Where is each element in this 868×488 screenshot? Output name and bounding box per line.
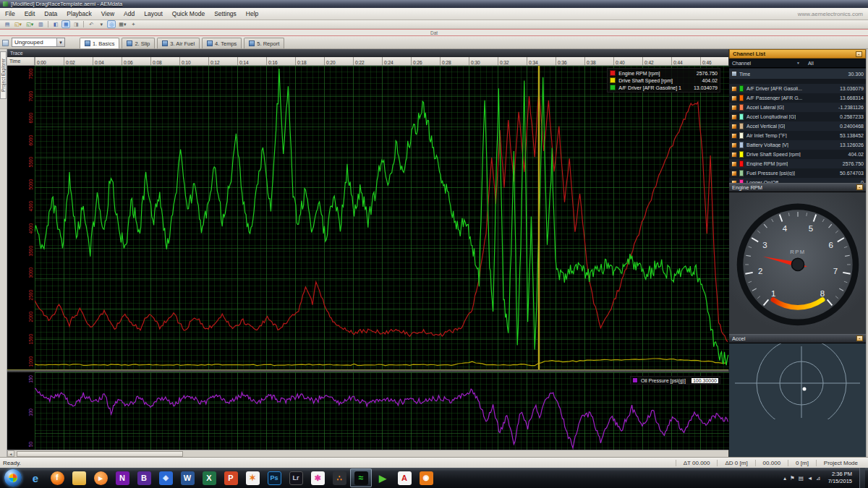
channel-color-swatch[interactable] [739, 114, 744, 120]
oil-pressure-graph[interactable]: 15010050 Oil Pressure [psi(g)] 100.30000 [7, 372, 728, 450]
project-explorer-tab[interactable]: Project Explorer [0, 51, 7, 99]
show-hidden-icons-button[interactable]: ▴ [783, 475, 786, 481]
report-view-button[interactable]: ◨ [72, 20, 80, 28]
taskbar-bird-app-button[interactable]: ✶ [242, 468, 263, 487]
channel-row[interactable]: A/F Driver [AFR Gasoli...13.036079 [729, 84, 866, 93]
channel-edit-icon[interactable] [731, 133, 737, 139]
menu-item-layout[interactable]: Layout [144, 10, 163, 17]
channel-column-header[interactable]: Channel [732, 61, 794, 66]
taskbar-app-orange-button[interactable]: ◉ [415, 468, 437, 487]
channel-row[interactable]: Air Inlet Temp [°F]53.138452 [729, 131, 866, 140]
action-center-flag-icon[interactable]: ⚑ [790, 475, 795, 481]
channel-row[interactable]: Engine RPM [rpm]2576.750 [729, 159, 866, 168]
taskbar-photoshop-button[interactable]: Ps [263, 468, 285, 487]
main-plot-area[interactable]: Engine RPM [rpm]2576.750Drive Shaft Spee… [35, 66, 729, 369]
taskbar-app-b-button[interactable]: B [133, 468, 155, 487]
zoom-dropdown-button[interactable]: ▾ [97, 20, 106, 28]
taskbar-excel-button[interactable]: X [198, 468, 220, 487]
taskbar-app-dots-button[interactable]: ∴ [328, 468, 350, 487]
window-view-button[interactable]: ◧ [51, 20, 60, 28]
group-selector-dropdown[interactable]: Ungrouped ▼ [12, 38, 65, 47]
taskbar-app-blue-button[interactable]: ◈ [155, 468, 176, 487]
menu-item-playback[interactable]: Playback [67, 10, 92, 17]
undo-button[interactable]: ↶ [87, 20, 95, 28]
taskbar-onenote-button[interactable]: N [111, 468, 133, 487]
channel-row[interactable]: Accel Lateral [G]-1.2381126 [729, 103, 866, 112]
new-layout-button[interactable]: ▤ [3, 20, 12, 28]
power-plug-icon[interactable]: ▤ [799, 475, 804, 481]
channel-row[interactable]: Fuel Pressure [psi(g)]50.674703 [729, 168, 866, 178]
layout-grid-button[interactable]: ▦▾ [117, 20, 127, 28]
taskbar-lightroom-button[interactable]: Lr [285, 468, 307, 487]
save-button[interactable]: ▥ [36, 20, 45, 28]
menu-item-help[interactable]: Help [246, 10, 258, 17]
channel-edit-icon[interactable] [731, 114, 737, 120]
zoom-tool-button[interactable]: ◎ [107, 20, 116, 28]
tab-1-basics[interactable]: 1. Basics [80, 38, 119, 48]
gauge-panel-options-icon[interactable]: ▪ [856, 184, 863, 190]
channel-row[interactable]: Drive Shaft Speed [rpm]404.02 [729, 150, 866, 159]
start-button[interactable] [4, 469, 22, 487]
taskbar-powerpoint-button[interactable]: P [220, 468, 242, 487]
network-icon[interactable]: ⊿ [816, 475, 820, 481]
scroll-left-arrow-icon[interactable]: ◂ [7, 450, 14, 457]
tab-2-slip[interactable]: 2. Slip [122, 38, 155, 48]
tab-5-report[interactable]: 5. Report [244, 38, 284, 48]
channel-row[interactable]: Accel Longitudinal [G]0.2587233 [729, 112, 866, 121]
channel-color-swatch[interactable] [739, 151, 744, 158]
time-ruler[interactable]: Time 0:000:020:040:060:080:100:120:140:1… [7, 57, 728, 66]
taskbar-media-player-button[interactable]: ▸ [90, 468, 111, 487]
oil-plot-area[interactable]: Oil Pressure [psi(g)] 100.30000 [35, 372, 729, 450]
menu-item-edit[interactable]: Edit [25, 10, 35, 17]
menu-item-quick-mode[interactable]: Quick Mode [172, 10, 205, 17]
main-graph[interactable]: 7500700065006000550050004500400035003000… [7, 66, 728, 369]
channel-edit-icon[interactable] [731, 124, 737, 129]
filter-funnel-icon[interactable]: ▼ [796, 61, 800, 65]
panel-pin-icon[interactable]: ▪ [856, 51, 862, 57]
taskbar-clock[interactable]: 2:36 PM 7/15/2015 [828, 471, 852, 485]
graph-view-button[interactable]: ▦ [61, 20, 70, 28]
all-column-header[interactable]: All [808, 61, 814, 66]
chevron-down-icon[interactable]: ▼ [56, 38, 64, 46]
taskbar-app-pink-button[interactable]: ✱ [307, 468, 328, 487]
channel-color-swatch[interactable] [739, 85, 744, 92]
channel-row[interactable]: Accel Vertical [G]0.2400468 [729, 121, 866, 131]
channel-edit-icon[interactable] [731, 161, 737, 167]
taskbar-adobe-reader-button[interactable]: A [393, 468, 415, 487]
channel-color-swatch[interactable] [739, 123, 744, 129]
taskbar-firefox-button[interactable]: f [46, 468, 68, 487]
tab-4-temps[interactable]: 4. Temps [202, 38, 242, 48]
channel-color-swatch[interactable] [739, 104, 744, 111]
channel-row[interactable]: A/F Passenger [AFR G...13.668314 [729, 93, 866, 103]
menu-item-add[interactable]: Add [124, 10, 135, 17]
menu-item-data[interactable]: Data [44, 10, 57, 17]
channel-edit-icon[interactable] [731, 142, 737, 148]
options-button[interactable]: ✦ [129, 20, 137, 28]
tab-3-air-fuel[interactable]: 3. Air Fuel [157, 38, 200, 48]
menu-item-view[interactable]: View [101, 10, 114, 17]
channel-edit-icon[interactable] [731, 105, 737, 111]
channel-color-swatch[interactable] [739, 95, 744, 101]
channel-edit-icon[interactable] [731, 86, 737, 92]
channel-color-swatch[interactable] [739, 160, 744, 167]
speaker-icon[interactable]: ◄ [807, 475, 812, 481]
channel-edit-icon[interactable] [731, 171, 737, 176]
show-desktop-button[interactable] [859, 468, 865, 488]
channel-color-swatch[interactable] [739, 170, 744, 176]
channel-row[interactable]: Battery Voltage [V]13.126026 [729, 140, 866, 150]
import-data-button[interactable]: ◱▾ [25, 20, 35, 28]
taskbar-aemdata-button[interactable]: ≈ [350, 468, 372, 487]
channel-color-swatch[interactable] [739, 142, 744, 148]
open-file-button[interactable]: ◱▾ [13, 20, 23, 28]
channel-color-swatch[interactable] [739, 132, 744, 139]
scrollbar-thumb[interactable] [17, 451, 183, 457]
channel-row-time[interactable]: Time30.300 [729, 69, 866, 79]
menu-item-settings[interactable]: Settings [214, 10, 237, 17]
channel-edit-icon[interactable] [731, 152, 737, 158]
accel-panel-options-icon[interactable]: ▪ [856, 335, 863, 341]
taskbar-folder-button[interactable] [68, 468, 90, 487]
taskbar-internet-explorer-button[interactable]: e [25, 468, 46, 487]
horizontal-scrollbar[interactable]: ◂ [7, 450, 728, 457]
taskbar-word-button[interactable]: W [176, 468, 198, 487]
menu-item-file[interactable]: File [5, 10, 15, 17]
